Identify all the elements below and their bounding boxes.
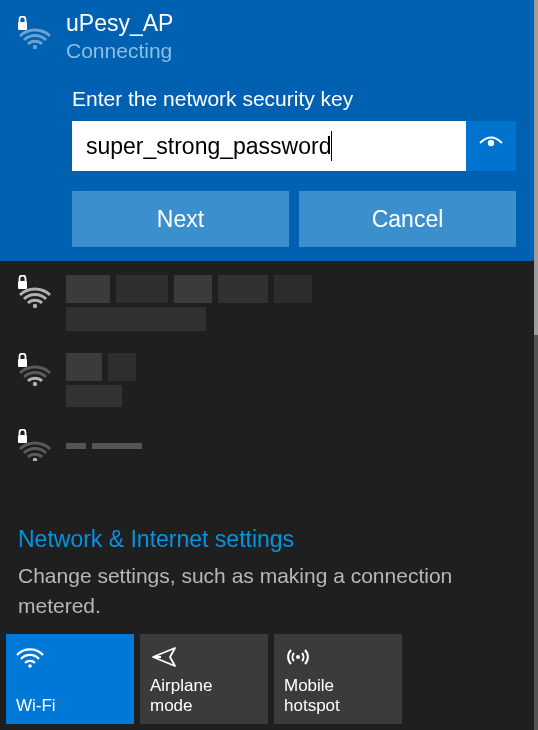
svg-point-2 <box>488 140 494 146</box>
network-name-redacted <box>66 271 312 331</box>
svg-point-9 <box>28 664 32 668</box>
svg-point-3 <box>33 304 37 308</box>
password-prompt-section: Enter the network security key super_str… <box>72 87 516 247</box>
airplane-icon <box>150 644 258 670</box>
hotspot-tile-label: Mobile hotspot <box>284 676 392 716</box>
airplane-mode-tile[interactable]: Airplane mode <box>140 634 268 724</box>
hotspot-icon <box>284 644 392 670</box>
wifi-secured-icon <box>18 275 52 309</box>
network-name-redacted <box>66 425 142 449</box>
network-settings-description: Change settings, such as making a connec… <box>18 561 516 620</box>
password-value: super_strong_password <box>86 133 331 160</box>
cancel-button[interactable]: Cancel <box>299 191 516 247</box>
available-networks-list <box>0 261 534 508</box>
password-input-row: super_strong_password <box>72 121 516 171</box>
svg-point-0 <box>33 45 37 49</box>
next-button[interactable]: Next <box>72 191 289 247</box>
svg-point-10 <box>296 655 300 659</box>
mobile-hotspot-tile[interactable]: Mobile hotspot <box>274 634 402 724</box>
scrollbar[interactable] <box>534 0 538 730</box>
cancel-button-label: Cancel <box>372 206 444 233</box>
wifi-secured-icon <box>18 16 52 50</box>
reveal-password-button[interactable] <box>466 121 516 171</box>
network-status: Connecting <box>66 39 173 63</box>
network-header: uPesy_AP Connecting <box>18 10 516 63</box>
action-button-row: Next Cancel <box>72 191 516 247</box>
network-connecting-panel: uPesy_AP Connecting Enter the network se… <box>0 0 534 261</box>
network-name-redacted <box>66 349 136 407</box>
svg-rect-1 <box>18 22 27 30</box>
password-prompt-label: Enter the network security key <box>72 87 516 111</box>
svg-rect-4 <box>18 281 27 289</box>
network-ssid: uPesy_AP <box>66 10 173 37</box>
text-caret <box>331 131 332 161</box>
wifi-tile[interactable]: Wi-Fi <box>6 634 134 724</box>
wifi-icon <box>16 644 124 670</box>
wifi-secured-icon <box>18 429 52 461</box>
network-settings-section: Network & Internet settings Change setti… <box>0 508 534 634</box>
airplane-tile-label: Airplane mode <box>150 676 258 716</box>
eye-icon <box>478 135 504 157</box>
network-item[interactable] <box>0 415 534 461</box>
svg-point-5 <box>33 382 37 386</box>
next-button-label: Next <box>157 206 204 233</box>
network-settings-link[interactable]: Network & Internet settings <box>18 526 516 553</box>
wifi-tile-label: Wi-Fi <box>16 696 124 716</box>
scrollbar-thumb[interactable] <box>534 0 538 335</box>
network-flyout: uPesy_AP Connecting Enter the network se… <box>0 0 534 730</box>
svg-point-7 <box>33 458 37 461</box>
wifi-secured-icon <box>18 353 52 387</box>
network-item[interactable] <box>0 261 534 339</box>
svg-rect-6 <box>18 359 27 367</box>
password-input[interactable]: super_strong_password <box>72 121 466 171</box>
svg-rect-8 <box>18 435 27 443</box>
quick-action-tiles: Wi-Fi Airplane mode Mobile hotspot <box>0 634 534 730</box>
network-item[interactable] <box>0 339 534 415</box>
